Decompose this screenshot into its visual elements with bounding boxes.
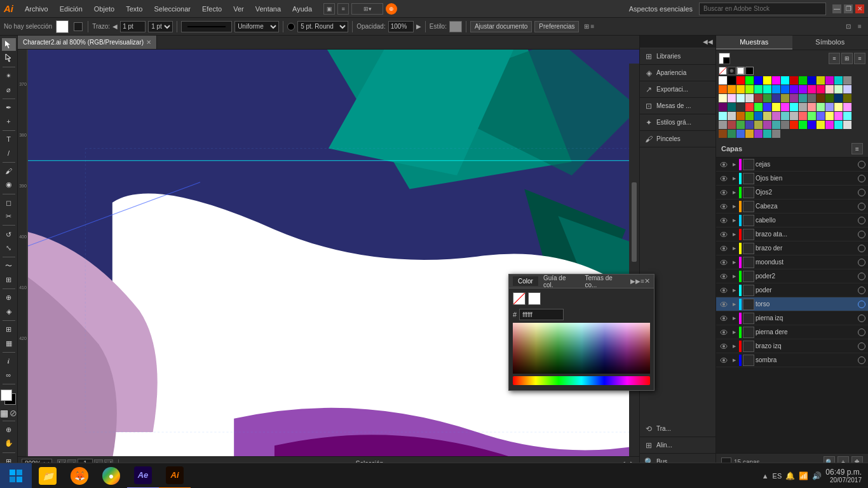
color-swatch-cell[interactable] [825,112,834,120]
layer-item[interactable]: ▶brazo izq [716,339,868,353]
color-swatch-cell[interactable] [754,112,763,120]
registration-swatch[interactable]: ⊕ [728,67,736,75]
rotate-tool[interactable]: ↺ [2,228,16,241]
black-swatch[interactable] [745,67,754,75]
color-swatch-cell[interactable] [728,112,736,120]
color-white-swatch[interactable] [528,292,541,305]
color-swatch-cell[interactable] [736,121,745,129]
color-swatch-cell[interactable] [799,112,807,120]
color-swatch-cell[interactable] [843,103,851,111]
color-swatch-cell[interactable] [772,112,780,120]
color-swatch-cell[interactable] [772,76,780,85]
color-swatch-cell[interactable] [825,76,834,85]
direct-selection-tool[interactable] [2,52,16,65]
color-swatch-cell[interactable] [825,94,834,102]
color-swatch-cell[interactable] [799,85,807,93]
color-swatch-cell[interactable] [781,103,789,111]
zoom-tool[interactable]: ⊕ [2,424,16,437]
color-swatch-cell[interactable] [817,112,825,120]
color-swatch-cell[interactable] [754,130,763,138]
exportaci-panel-btn[interactable]: ↗ Exportaci... [640,81,715,98]
menu-ayuda[interactable]: Ayuda [287,4,317,14]
layer-target-circle[interactable] [858,273,865,280]
layer-expand-btn[interactable]: ▶ [730,217,738,224]
close-btn[interactable]: ✕ [855,4,864,13]
layer-target-circle[interactable] [858,231,865,238]
color-swatch-cell[interactable] [736,76,745,85]
color-swatch-cell[interactable] [719,103,727,111]
none-swatch[interactable] [719,67,727,75]
opacity-expand[interactable]: ▶ [416,23,421,30]
swatch-white-black[interactable] [719,53,730,64]
color-swatch-cell[interactable] [763,85,771,93]
color-swatch-cell[interactable] [817,121,825,129]
gradient-tool[interactable]: ▦ [2,337,16,350]
estilos-panel-btn[interactable]: ✦ Estilos grá... [640,114,715,131]
swatch-grid-btn[interactable]: ⊞ [841,53,853,64]
color-swatch-cell[interactable] [790,121,798,129]
layer-target-circle[interactable] [858,245,865,252]
color-swatch-cell[interactable] [745,94,754,102]
color-swatch-cell[interactable] [799,76,807,85]
color-swatch-cell[interactable] [834,121,843,129]
start-button[interactable] [0,463,32,489]
layer-expand-btn[interactable]: ▶ [730,161,738,168]
color-swatch-cell[interactable] [790,94,798,102]
layer-visibility-btn[interactable] [719,201,729,212]
pinceles-panel-btn[interactable]: 🖌 Pinceles [640,131,715,147]
layer-expand-btn[interactable]: ▶ [730,301,738,308]
lasso-tool[interactable]: ⌀ [2,83,16,96]
layer-visibility-btn[interactable] [719,285,729,295]
blend-tool[interactable]: ∞ [2,369,16,381]
color-swatch-cell[interactable] [808,121,816,129]
layer-item[interactable]: ▶moondust [716,255,868,269]
tab-simbolos[interactable]: Símbolos [792,36,869,50]
trazo-arrow-left[interactable]: ◀ [112,23,118,30]
layer-item[interactable]: ▶pierna izq [716,311,868,325]
swatch-menu-btn[interactable]: ≡ [829,53,840,64]
hex-input[interactable] [519,309,564,320]
layer-item[interactable]: ▶Ojos2 [716,186,868,200]
layer-item[interactable]: ▶torso [716,297,868,311]
color-swatch-cell[interactable] [736,94,745,102]
color-swatch-cell[interactable] [843,121,851,129]
color-swatch-cell[interactable] [808,103,816,111]
color-swatch-cell[interactable] [834,103,843,111]
color-swatch-cell[interactable] [781,85,789,93]
canvas-area[interactable]: 90 100 110 120 130 140 150 160 170 180 1… [18,36,639,470]
volume-icon[interactable]: 🔊 [812,471,822,480]
menu-archivo[interactable]: Archivo [20,4,53,14]
color-swatch-cell[interactable] [736,85,745,93]
layer-expand-btn[interactable]: ▶ [730,342,738,350]
stroke-size-select[interactable]: 5 pt. Round [297,21,348,32]
layer-item[interactable]: ▶brazo der [716,241,868,255]
color-swatch-cell[interactable] [834,85,843,93]
color-swatch-cell[interactable] [808,94,816,102]
adjust-doc-btn[interactable]: Ajustar documento [470,21,532,32]
layer-expand-btn[interactable]: ▶ [730,287,738,294]
libraries-panel-btn[interactable]: ⊞ Libraries [640,48,715,65]
layer-visibility-btn[interactable] [719,299,729,309]
tab-muestras[interactable]: Muestras [716,36,792,50]
color-swatch-cell[interactable] [754,103,763,111]
color-swatch-cell[interactable] [790,85,798,93]
magic-wand-tool[interactable]: ✴ [2,70,16,83]
layer-item[interactable]: ▶cabello [716,214,868,227]
color-swatch-cell[interactable] [736,103,745,111]
color-none-swatch[interactable] [513,292,526,305]
color-swatch-cell[interactable] [843,76,851,85]
layer-visibility-btn[interactable] [719,187,729,198]
color-swatch-cell[interactable] [834,76,843,85]
taskbar-explorer[interactable]: 📁 [32,463,64,489]
arrange-icon[interactable]: ⊡ [844,22,853,31]
color-swatch-cell[interactable] [825,85,834,93]
color-swatch-cell[interactable] [817,103,825,111]
layer-expand-btn[interactable]: ▶ [730,231,738,238]
color-swatch-cell[interactable] [834,112,843,120]
layer-visibility-btn[interactable] [719,257,729,268]
layer-target-circle[interactable] [858,356,865,364]
taskbar-firefox[interactable]: 🦊 [64,463,95,489]
color-swatch-cell[interactable] [843,112,851,120]
icon-btn-4[interactable]: ⊕ [386,3,397,15]
color-swatch-cell[interactable] [763,112,771,120]
